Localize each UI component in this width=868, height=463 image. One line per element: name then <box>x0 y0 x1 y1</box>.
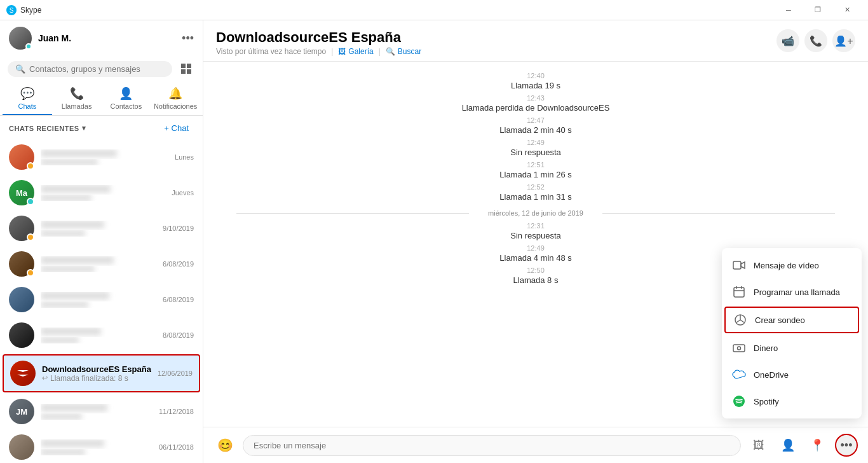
list-item-downloadsource[interactable]: DownloadsourceES España ↩ Llamada finali… <box>3 354 200 392</box>
emoji-button[interactable]: 😊 <box>214 434 236 457</box>
tab-chats[interactable]: 💬 Chats <box>3 81 52 115</box>
list-item[interactable]: Lunes <box>0 139 203 175</box>
chat-header: DownloadsourceES España Visto por última… <box>203 20 868 62</box>
dropdown-item-label: Programar una llamada <box>754 287 840 297</box>
app-title: Skype <box>20 6 774 15</box>
date-separator: miércoles, 12 de junio de 2019 <box>203 209 868 217</box>
message-input[interactable] <box>243 435 741 456</box>
message-content: Llamada 2 min 40 s <box>499 125 571 135</box>
search-icon: 🔍 <box>15 64 25 74</box>
close-button[interactable]: ✕ <box>832 0 862 20</box>
message-group: 12:31 Sin respuesta <box>203 222 868 240</box>
status-badge <box>27 162 34 170</box>
message-group: 12:43 Llamada perdida de DownloadsourceE… <box>203 94 868 113</box>
add-participant-button[interactable]: 👤+ <box>832 29 855 52</box>
svg-text:S: S <box>10 7 14 14</box>
contacts-grid-button[interactable] <box>177 60 195 78</box>
chat-header-right: 📹 📞 👤+ <box>776 29 855 52</box>
chat-time: Lunes <box>175 153 194 161</box>
dropdown-item-onedrive[interactable]: OneDrive <box>722 361 862 388</box>
contacts-icon: 👤 <box>119 86 133 100</box>
chevron-down-icon: ▾ <box>82 124 86 132</box>
dropdown-item-label: OneDrive <box>754 370 789 380</box>
svg-rect-3 <box>187 64 191 68</box>
message-content: Llamada 4 min 48 s <box>499 253 571 263</box>
gallery-icon: 🖼 <box>338 47 346 56</box>
list-item[interactable]: 6/08/2019 <box>0 282 203 317</box>
maximize-button[interactable]: ❐ <box>803 0 832 20</box>
chat-info <box>41 185 165 201</box>
message-group: 12:49 Sin respuesta <box>203 139 868 157</box>
chat-info <box>41 221 156 237</box>
tab-llamadas-label: Llamadas <box>62 102 92 110</box>
message-group: 12:40 Llamada 19 s <box>203 72 868 90</box>
search-input[interactable] <box>29 64 165 74</box>
dropdown-item-video-msg[interactable]: Mensaje de vídeo <box>722 252 862 279</box>
chat-time: 12/06/2019 <box>158 370 193 377</box>
dropdown-item-label: Dinero <box>754 343 778 353</box>
message-content: Sin respuesta <box>510 231 561 240</box>
gallery-link[interactable]: 🖼 Galería <box>338 47 373 56</box>
svg-rect-13 <box>733 345 745 352</box>
message-content: Llamada 8 s <box>513 275 559 285</box>
chat-title: DownloadsourceES España <box>216 29 421 46</box>
avatar <box>9 322 34 348</box>
calendar-icon <box>732 285 746 299</box>
contact-share-button[interactable]: 👤 <box>776 434 799 457</box>
list-item[interactable]: 06/11/2018 <box>0 429 203 463</box>
svg-rect-6 <box>733 261 741 269</box>
chat-preview: ↩ Llamada finalizada: 8 s <box>42 374 151 383</box>
chat-time: Jueves <box>172 189 194 197</box>
svg-rect-5 <box>187 69 191 74</box>
location-button[interactable]: 📍 <box>806 434 829 457</box>
message-time: 12:51 <box>527 161 545 169</box>
user-header: Juan M. ••• <box>0 20 203 56</box>
dropdown-item-label: Spotify <box>754 397 779 406</box>
tab-contactos[interactable]: 👤 Contactos <box>102 81 151 115</box>
poll-icon <box>733 313 747 327</box>
list-item[interactable]: 8/08/2019 <box>0 317 203 353</box>
dropdown-menu: Mensaje de vídeo Programar una llamada <box>722 248 862 418</box>
minimize-button[interactable]: ─ <box>774 0 803 20</box>
window-controls: ─ ❐ ✕ <box>774 0 862 20</box>
avatar <box>10 361 36 386</box>
list-item[interactable]: 9/10/2019 <box>0 211 203 246</box>
list-item[interactable]: 6/08/2019 <box>0 246 203 282</box>
dropdown-item-money[interactable]: Dinero <box>722 335 862 361</box>
message-time: 12:40 <box>527 72 545 79</box>
user-more-button[interactable]: ••• <box>182 32 194 45</box>
chat-info <box>41 149 168 165</box>
onedrive-icon <box>732 368 746 382</box>
tab-llamadas[interactable]: 📞 Llamadas <box>52 81 102 115</box>
image-attach-button[interactable]: 🖼 <box>747 434 770 457</box>
avatar <box>9 251 34 277</box>
dropdown-item-schedule[interactable]: Programar una llamada <box>722 279 862 305</box>
avatar <box>9 434 34 460</box>
search-link[interactable]: 🔍 Buscar <box>386 47 421 56</box>
chat-info <box>41 292 156 308</box>
chats-section-header: CHATS RECIENTES ▾ + Chat <box>0 116 203 139</box>
last-seen: Visto por última vez hace tiempo <box>216 47 326 56</box>
more-actions-button[interactable]: ••• <box>835 434 858 457</box>
list-item[interactable]: Ma Jueves <box>0 175 203 211</box>
spotify-icon <box>732 394 746 408</box>
dropdown-item-poll[interactable]: Crear sondeo <box>724 307 859 333</box>
video-call-button[interactable]: 📹 <box>776 29 799 52</box>
dropdown-item-spotify[interactable]: Spotify <box>722 388 862 415</box>
message-content: Llamada 1 min 26 s <box>499 170 571 179</box>
list-item[interactable]: JM 11/12/2018 <box>0 394 203 429</box>
message-time: 12:43 <box>527 94 545 102</box>
sidebar: Juan M. ••• 🔍 💬 Chats 📞 Llamadas <box>0 20 203 463</box>
audio-call-button[interactable]: 📞 <box>804 29 827 52</box>
main-chat: DownloadsourceES España Visto por última… <box>203 20 868 463</box>
skype-icon: S <box>6 5 17 15</box>
search-bar: 🔍 <box>0 56 203 81</box>
svg-point-14 <box>738 347 741 350</box>
new-chat-button[interactable]: + Chat <box>159 121 194 135</box>
message-content: Llamada 1 min 31 s <box>499 192 571 202</box>
tab-notificaciones[interactable]: 🔔 Notificaciones <box>151 81 200 115</box>
user-avatar[interactable] <box>9 27 32 50</box>
dropdown-item-label: Crear sondeo <box>755 315 805 325</box>
chat-time: 9/10/2019 <box>163 225 194 232</box>
message-content: Sin respuesta <box>510 148 561 157</box>
